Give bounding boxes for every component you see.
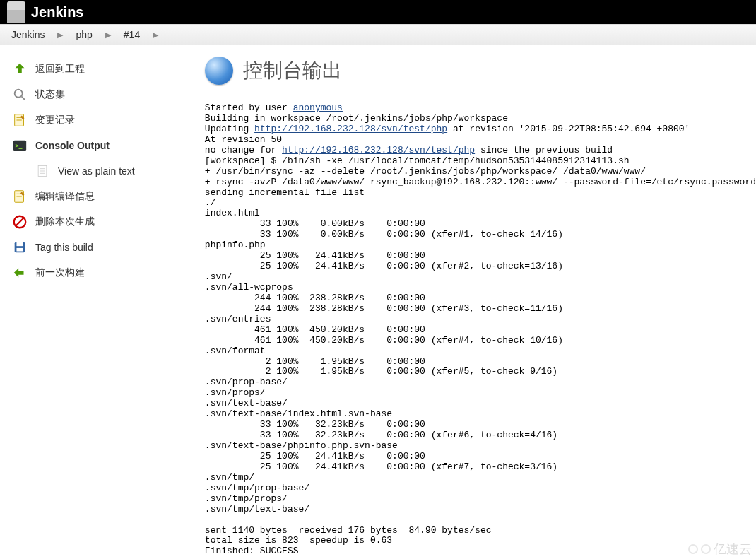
sidebar-item-edit-build-info[interactable]: 编辑编译信息 [8, 184, 196, 209]
sidebar-item-label: 返回到工程 [35, 63, 85, 76]
console-line: no change for [205, 145, 282, 155]
console-line: since the previous build [475, 145, 613, 155]
sidebar-item-label: 变更记录 [35, 114, 75, 126]
watermark-circle-icon [688, 544, 698, 554]
terminal-icon: >_ [11, 137, 28, 154]
breadcrumb-build[interactable]: #14 [124, 29, 140, 40]
jenkins-logo-link[interactable]: Jenkins [7, 1, 83, 23]
watermark-circle-icon [701, 544, 711, 554]
watermark: 亿速云 [688, 541, 752, 558]
jenkins-logo-icon [7, 1, 25, 23]
svg-line-1 [22, 97, 25, 100]
breadcrumb-php[interactable]: php [76, 29, 92, 40]
svg-text:>_: >_ [16, 142, 23, 149]
sidebar-item-label: View as plain text [58, 165, 135, 177]
sidebar-item-label: Tag this build [35, 242, 93, 253]
svg-rect-17 [16, 242, 23, 247]
svg-rect-18 [16, 248, 23, 252]
console-line: sending incremental file list [205, 187, 365, 198]
sidebar-item-status[interactable]: 状态集 [8, 82, 196, 107]
sidebar-item-label: 前一次构建 [35, 266, 85, 279]
search-icon [11, 86, 28, 103]
breadcrumb: Jenkins ▶ php ▶ #14 ▶ [0, 24, 756, 45]
console-line: Building in workspace /root/.jenkins/job… [205, 113, 508, 124]
main-content: 控制台输出 Started by user anonymous Building… [205, 45, 756, 559]
save-icon [11, 239, 28, 256]
console-line: [workspace] $ /bin/sh -xe /usr/local/tom… [205, 155, 630, 166]
top-header: Jenkins [0, 0, 756, 24]
left-arrow-icon [11, 264, 28, 281]
document-icon [34, 163, 51, 180]
sidebar-item-view-plain-text[interactable]: View as plain text [8, 158, 196, 184]
delete-icon [11, 213, 28, 230]
notepad-icon [11, 112, 28, 129]
sidebar-item-label: 编辑编译信息 [35, 190, 95, 203]
chevron-right-icon: ▶ [105, 30, 111, 40]
brand-text: Jenkins [31, 4, 83, 20]
svn-url-link[interactable]: http://192.168.232.128/svn/test/php [282, 145, 475, 155]
sidebar-item-changes[interactable]: 变更记录 [8, 107, 196, 133]
sidebar-item-tag-build[interactable]: Tag this build [8, 235, 196, 260]
sidebar-item-label: Console Output [35, 140, 110, 151]
page-title: 控制台输出 [243, 57, 342, 84]
page-title-row: 控制台输出 [205, 57, 756, 85]
console-line: + /usr/bin/rsync -az --delete /root/.jen… [205, 166, 646, 177]
svg-point-0 [15, 90, 23, 98]
console-output: Started by user anonymous Building in wo… [205, 103, 756, 557]
notepad-icon [11, 188, 28, 205]
sidebar-item-previous-build[interactable]: 前一次构建 [8, 260, 196, 286]
chevron-right-icon: ▶ [57, 30, 63, 40]
breadcrumb-jenkins[interactable]: Jenkins [11, 29, 45, 40]
console-body: ./ index.html 33 100% 0.00kB/s 0:00:00 3… [205, 197, 563, 556]
console-line: At revision 50 [205, 134, 282, 145]
sidebar-item-label: 删除本次生成 [35, 216, 95, 228]
console-line: + rsync -avzP /data0/www/www/ rsync_back… [205, 177, 756, 187]
user-link[interactable]: anonymous [293, 102, 343, 113]
sidebar-item-delete-build[interactable]: 删除本次生成 [8, 209, 196, 235]
sidebar-item-back-to-project[interactable]: 返回到工程 [8, 57, 196, 82]
chevron-right-icon: ▶ [153, 30, 158, 40]
console-line: Updating [205, 124, 254, 134]
build-status-ball-icon [205, 57, 233, 85]
up-arrow-icon [11, 61, 28, 78]
watermark-text: 亿速云 [714, 541, 752, 558]
sidebar-item-label: 状态集 [35, 88, 65, 101]
sidebar: 返回到工程 状态集 变更记录 >_ Console Output View as… [0, 45, 205, 559]
svn-url-link[interactable]: http://192.168.232.128/svn/test/php [254, 124, 447, 134]
console-line: Started by user [205, 102, 293, 113]
svg-line-15 [16, 218, 24, 226]
console-line: at revision '2015-09-22T08:55:42.694 +08… [447, 124, 690, 134]
sidebar-item-console-output[interactable]: >_ Console Output [8, 133, 196, 158]
